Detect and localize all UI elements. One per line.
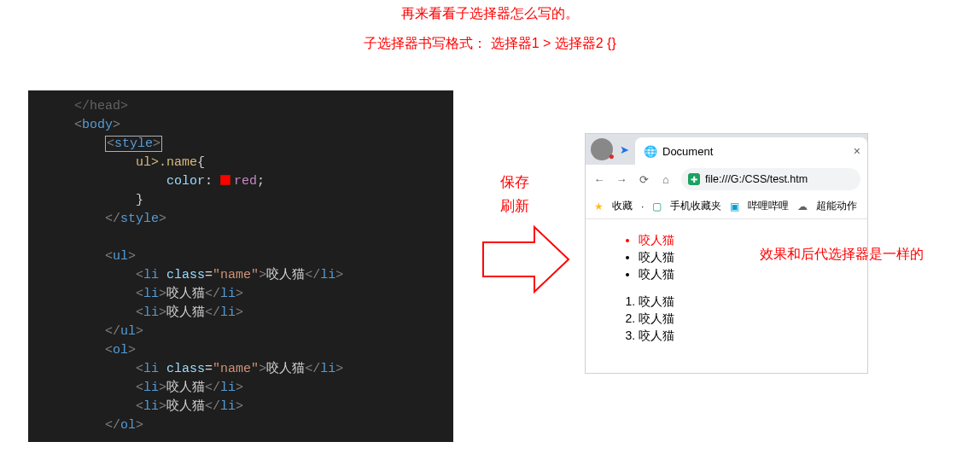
code-line: <li>咬人猫</li>	[44, 304, 453, 323]
page-body: 咬人猫 咬人猫 咬人猫 咬人猫 咬人猫 咬人猫	[586, 219, 867, 373]
url-text: file:///G:/CSS/test.htm	[705, 173, 808, 185]
forward-icon[interactable]: →	[615, 173, 628, 186]
code-line: </style>	[44, 210, 453, 229]
cloud-icon: ☁	[797, 201, 808, 212]
save-refresh-label: 保存 刷新	[500, 171, 529, 218]
back-icon[interactable]: ←	[592, 173, 606, 186]
close-icon[interactable]: ×	[854, 144, 860, 158]
bookmark-chao[interactable]: 超能动作	[816, 199, 857, 213]
code-line: <ol>	[44, 341, 453, 360]
reload-icon[interactable]: ⟳	[637, 173, 650, 186]
list-item: 咬人猫	[639, 294, 849, 310]
browser-tab[interactable]: 🌐 Document ×	[635, 137, 867, 165]
tab-title: Document	[662, 145, 713, 158]
address-bar[interactable]: ✚ file:///G:/CSS/test.htm	[681, 168, 860, 190]
code-line: <li>咬人猫</li>	[44, 379, 453, 398]
home-icon[interactable]: ⌂	[659, 173, 673, 186]
code-line: </ol>	[44, 416, 453, 435]
browser-tabstrip: ➤ 🌐 Document ×	[586, 134, 867, 165]
subheading-text: 子选择器书写格式： 选择器1 > 选择器2 {}	[0, 35, 980, 53]
globe-icon: 🌐	[644, 145, 657, 158]
bookmark-fav[interactable]: 收藏	[612, 199, 633, 213]
code-line: </head>	[44, 97, 453, 116]
code-line: <ul>	[44, 247, 453, 266]
code-line: <li class="name">咬人猫</li>	[44, 266, 453, 285]
color-swatch-icon	[220, 175, 230, 185]
bookmarks-bar: ★ 收藏 · ▢ 手机收藏夹 ▣ 哔哩哔哩 ☁ 超能动作	[586, 194, 867, 219]
code-line: <body>	[44, 116, 453, 135]
svg-marker-0	[483, 227, 569, 292]
shield-icon: ✚	[688, 173, 700, 185]
avatar[interactable]	[591, 138, 613, 160]
extension-icon[interactable]: ➤	[616, 143, 632, 156]
list-item: 咬人猫	[639, 329, 849, 344]
code-line: color: red;	[44, 172, 453, 191]
bili-icon: ▣	[730, 201, 739, 212]
code-editor: </head> <body> <style> ul>.name{ color: …	[28, 90, 453, 442]
code-line	[44, 229, 453, 247]
code-line: <li class="name">咬人猫</li>	[44, 360, 453, 379]
annotation-text: 效果和后代选择器是一样的	[760, 246, 965, 264]
code-line: <style>	[44, 135, 453, 154]
code-line: }	[44, 191, 453, 210]
heading-text: 再来看看子选择器怎么写的。	[0, 0, 980, 23]
rendered-ol: 咬人猫 咬人猫 咬人猫	[623, 294, 849, 344]
list-item: 咬人猫	[639, 311, 849, 327]
bookmark-bili[interactable]: 哔哩哔哩	[748, 199, 789, 213]
phone-icon: ▢	[652, 201, 662, 212]
address-row: ← → ⟳ ⌂ ✚ file:///G:/CSS/test.htm	[586, 165, 867, 194]
bookmark-phone[interactable]: 手机收藏夹	[670, 199, 721, 213]
code-line: <li>咬人猫</li>	[44, 398, 453, 416]
code-line: </ul>	[44, 323, 453, 341]
code-line: ul>.name{	[44, 154, 453, 172]
arrow-icon	[478, 222, 574, 297]
star-icon[interactable]: ★	[594, 201, 604, 212]
list-item: 咬人猫	[639, 267, 849, 282]
code-line: <li>咬人猫</li>	[44, 285, 453, 304]
